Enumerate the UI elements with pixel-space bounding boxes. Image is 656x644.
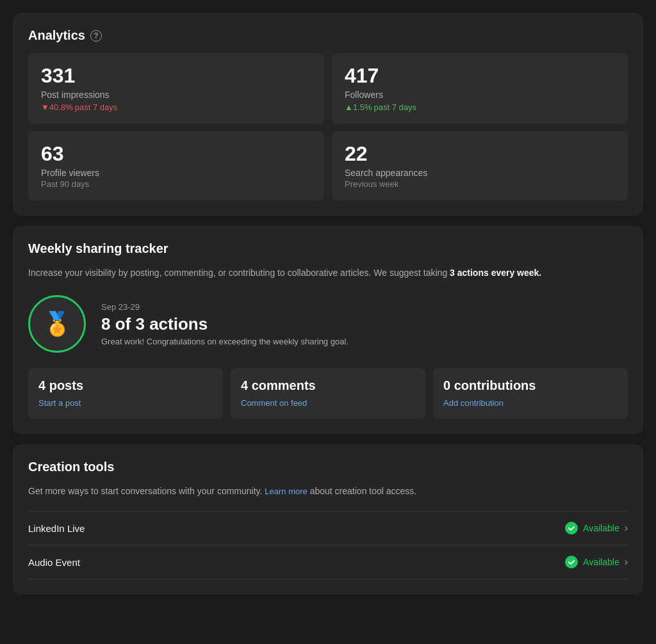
- search-appearances-number: 22: [345, 143, 615, 165]
- audio-event-check-icon: [565, 556, 578, 568]
- stat-card-post-impressions: 331 Post impressions ▼40.8% past 7 days: [28, 53, 324, 124]
- tool-row-linkedin-live[interactable]: LinkedIn Live Available ›: [28, 511, 628, 545]
- audio-event-status-row: Available ›: [565, 556, 628, 568]
- linkedin-live-status-row: Available ›: [565, 522, 628, 535]
- analytics-card: Analytics ? 331 Post impressions ▼40.8% …: [13, 13, 643, 216]
- tracker-description: Increase your visibility by posting, com…: [28, 266, 628, 280]
- actions-message: Great work! Congratulations on exceeding…: [101, 337, 348, 346]
- tracker-info: Sep 23-29 8 of 3 actions Great work! Con…: [101, 302, 348, 346]
- creation-tools-card: Creation tools Get more ways to start co…: [13, 444, 643, 595]
- actions-grid: 4 posts Start a post 4 comments Comment …: [28, 368, 628, 419]
- audio-event-available-text: Available: [583, 557, 619, 567]
- add-contribution-link[interactable]: Add contribution: [443, 398, 504, 408]
- action-card-comments: 4 comments Comment on feed: [231, 368, 425, 419]
- creation-tools-description: Get more ways to start conversations wit…: [28, 485, 628, 498]
- linkedin-live-chevron-icon: ›: [625, 522, 628, 534]
- action-card-contributions: 0 contributions Add contribution: [433, 368, 628, 419]
- profile-viewers-label: Profile viewers: [41, 168, 311, 178]
- linkedin-live-available-text: Available: [583, 523, 619, 533]
- followers-label: Followers: [345, 90, 615, 100]
- learn-more-link[interactable]: Learn more: [265, 487, 307, 496]
- stat-card-followers: 417 Followers ▲1.5% past 7 days: [332, 53, 628, 124]
- contributions-count: 0 contributions: [443, 378, 618, 393]
- analytics-grid: 331 Post impressions ▼40.8% past 7 days …: [28, 53, 628, 200]
- profile-viewers-number: 63: [41, 143, 311, 165]
- audio-event-chevron-icon: ›: [625, 556, 628, 568]
- badge-emoji: 🏅: [43, 310, 72, 337]
- post-impressions-label: Post impressions: [41, 90, 311, 100]
- posts-count: 4 posts: [38, 378, 213, 393]
- weekly-tracker-card: Weekly sharing tracker Increase your vis…: [13, 226, 643, 434]
- help-icon[interactable]: ?: [90, 30, 102, 42]
- search-appearances-sublabel: Previous week: [345, 179, 615, 189]
- tracker-progress-row: 🏅 Sep 23-29 8 of 3 actions Great work! C…: [28, 295, 628, 353]
- followers-change: ▲1.5% past 7 days: [345, 102, 615, 112]
- post-impressions-number: 331: [41, 65, 311, 87]
- tool-row-audio-event[interactable]: Audio Event Available ›: [28, 545, 628, 579]
- badge-circle: 🏅: [28, 295, 86, 353]
- followers-number: 417: [345, 65, 615, 87]
- stat-card-search-appearances: 22 Search appearances Previous week: [332, 131, 628, 200]
- profile-viewers-sublabel: Past 90 days: [41, 179, 311, 189]
- tracker-title: Weekly sharing tracker: [28, 241, 628, 256]
- linkedin-live-check-icon: [565, 522, 578, 535]
- action-card-posts: 4 posts Start a post: [28, 368, 223, 419]
- analytics-title-text: Analytics: [28, 28, 85, 43]
- week-range: Sep 23-29: [101, 302, 348, 312]
- comment-on-feed-link[interactable]: Comment on feed: [241, 398, 307, 408]
- actions-count: 8 of 3 actions: [101, 314, 348, 334]
- start-a-post-link[interactable]: Start a post: [38, 398, 81, 408]
- creation-tools-title: Creation tools: [28, 460, 628, 474]
- search-appearances-label: Search appearances: [345, 168, 615, 178]
- analytics-title: Analytics ?: [28, 28, 628, 43]
- linkedin-live-name: LinkedIn Live: [28, 523, 85, 534]
- post-impressions-change: ▼40.8% past 7 days: [41, 102, 311, 112]
- audio-event-name: Audio Event: [28, 557, 80, 568]
- stat-card-profile-viewers: 63 Profile viewers Past 90 days: [28, 131, 324, 200]
- comments-count: 4 comments: [241, 378, 415, 393]
